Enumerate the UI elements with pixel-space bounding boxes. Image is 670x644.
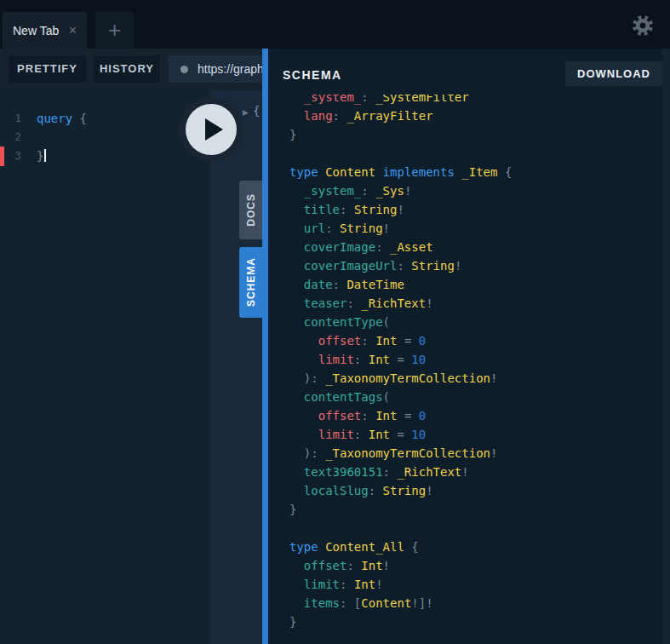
code-line: ): _TaxonomyTermCollection!	[289, 369, 512, 388]
code-line: limit: Int = 10	[289, 350, 512, 369]
code-line: items: [Content!]!	[289, 594, 512, 612]
status-dot-icon	[180, 66, 188, 73]
code-line	[289, 144, 512, 163]
code-line: date: DateTime	[289, 275, 512, 294]
code-line: query {	[37, 109, 87, 128]
schema-tab-label: SCHEMA	[245, 257, 257, 307]
response-brace: {	[253, 104, 260, 118]
schema-panel-title: SCHEMA	[283, 68, 342, 82]
code-line	[289, 519, 512, 538]
history-button[interactable]: HISTORY	[94, 55, 160, 83]
code-line: type Content_All {	[289, 538, 512, 556]
tab-new-tab[interactable]: New Tab ×	[3, 12, 87, 49]
error-marker	[0, 147, 4, 166]
code-line: text3960151: _RichText!	[289, 463, 512, 481]
code-line: lang: _ArrayFilter	[289, 106, 512, 125]
code-line: }	[289, 125, 512, 144]
schema-scrollbar[interactable]	[662, 49, 670, 644]
code-line: coverImage: _Asset	[289, 238, 512, 256]
execute-button-circle	[186, 104, 237, 155]
code-line	[37, 128, 87, 147]
docs-tab-label: DOCS	[245, 193, 257, 227]
code-line: coverImageUrl: String!	[289, 256, 512, 275]
gutter-line-number: 1	[0, 109, 21, 128]
gutter-line-number: 2	[0, 128, 21, 147]
code-line: title: String!	[289, 200, 512, 219]
panel-divider[interactable]	[262, 49, 268, 644]
editor-code[interactable]: query { }	[37, 109, 87, 165]
response-pane: ▶ {	[210, 90, 262, 644]
schema-side-tab[interactable]: SCHEMA	[239, 247, 262, 318]
add-tab-button[interactable]: +	[95, 12, 134, 49]
code-line: type Content implements _Item {	[289, 163, 512, 181]
close-tab-icon[interactable]: ×	[69, 24, 77, 37]
execute-button[interactable]	[179, 97, 243, 162]
code-line: ): _TaxonomyTermCollection!	[289, 444, 512, 463]
code-line: offset: Int = 0	[289, 406, 512, 425]
schema-panel: _system_: _SystemFilter lang: _ArrayFilt…	[268, 49, 670, 644]
text-cursor	[44, 149, 46, 162]
code-line: offset: Int = 0	[289, 331, 512, 350]
code-line: }	[289, 500, 512, 519]
code-line: limit: Int!	[289, 575, 512, 594]
settings-gear-icon[interactable]	[630, 13, 656, 38]
code-line: _system_: _Sys!	[289, 181, 512, 200]
schema-code: _system_: _SystemFilter lang: _ArrayFilt…	[289, 88, 512, 631]
download-button[interactable]: DOWNLOAD	[565, 61, 662, 86]
code-line: limit: Int = 10	[289, 425, 512, 444]
code-line: }	[289, 612, 512, 631]
code-line: teaser: _RichText!	[289, 294, 512, 313]
code-line: url: String!	[289, 219, 512, 238]
code-line: localSlug: String!	[289, 481, 512, 500]
graphql-playground-window: New Tab × + PRETTIFY HISTORY https://gra…	[0, 0, 670, 644]
prettify-button[interactable]: PRETTIFY	[9, 55, 86, 83]
collapse-triangle-icon[interactable]: ▶	[243, 108, 249, 117]
code-line: }	[37, 147, 87, 165]
endpoint-url-input[interactable]: https://graphql	[169, 55, 266, 83]
tab-label: New Tab	[13, 24, 59, 37]
docs-side-tab[interactable]: DOCS	[239, 181, 262, 239]
tab-bar: New Tab × +	[0, 0, 670, 49]
code-line: offset: Int!	[289, 556, 512, 575]
code-line: contentType(	[289, 313, 512, 331]
code-line: contentTags(	[289, 388, 512, 406]
play-icon	[205, 118, 223, 141]
query-editor[interactable]: 123 query { }	[0, 90, 210, 644]
endpoint-url-text: https://graphql	[198, 62, 266, 76]
